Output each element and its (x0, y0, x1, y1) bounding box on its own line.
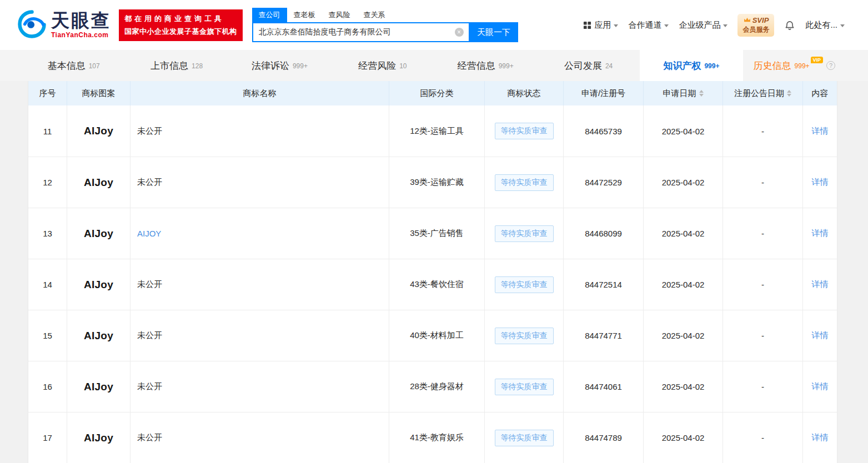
notification-bell-icon[interactable] (784, 19, 795, 31)
search-input[interactable] (253, 28, 469, 37)
detail-link[interactable]: 详情 (812, 126, 829, 137)
tab-count: 128 (192, 62, 203, 70)
content-cell: 详情 (803, 259, 837, 310)
trademark-logo[interactable]: AIJoy (84, 381, 113, 393)
status-cell: 等待实质审查 (485, 157, 564, 208)
logo-text: 天眼查 TianYanCha.com (51, 11, 111, 39)
table-row-12: 12AIJoy未公开39类-运输贮藏等待实质审查844725292025-04-… (28, 157, 837, 208)
trademark-image-cell: AIJoy (67, 105, 131, 157)
trademark-image-cell: AIJoy (67, 157, 131, 208)
site-header: 天眼查 TianYanCha.com 都在用的商业查询工具 国家中小企业发展子基… (0, 0, 868, 50)
trademark-logo[interactable]: AIJoy (84, 279, 113, 291)
tab-history-info[interactable]: 历史信息999+VIP? (743, 50, 846, 81)
column-header-app-no: 申请/注册号 (564, 81, 644, 105)
trademark-logo[interactable]: AIJoy (84, 228, 113, 240)
tab-label: 法律诉讼 (252, 59, 289, 72)
trademark-logo[interactable]: AIJoy (84, 330, 113, 342)
column-header-label: 商标状态 (508, 88, 541, 99)
tab-label: 经营信息 (458, 59, 495, 72)
apply-date-cell: 2025-04-02 (644, 259, 723, 310)
tab-intellectual-property[interactable]: 知识产权999+ (640, 50, 742, 81)
app-no-cell: 84474061 (564, 361, 644, 412)
status-badge: 等待实质审查 (495, 328, 554, 344)
tab-label: 历史信息 (754, 59, 791, 72)
trademark-image-cell: AIJoy (67, 361, 131, 412)
tab-label: 经营风险 (358, 59, 396, 72)
search-tab-relation[interactable]: 查关系 (357, 8, 392, 22)
detail-link[interactable]: 详情 (812, 279, 829, 290)
column-header-apply-date[interactable]: 申请日期 (644, 81, 723, 105)
table-row-11: 11AIJoy未公开12类-运输工具等待实质审查844657392025-04-… (28, 105, 837, 157)
chevron-down-icon (614, 24, 618, 27)
detail-link[interactable]: 详情 (812, 381, 829, 392)
apply-date-cell: 2025-04-02 (644, 310, 723, 361)
content-cell: 详情 (803, 157, 837, 208)
detail-link[interactable]: 详情 (812, 228, 829, 239)
sort-icon[interactable] (699, 90, 704, 97)
trademark-logo[interactable]: AIJoy (84, 432, 113, 444)
sort-icon[interactable] (787, 90, 791, 97)
status-cell: 等待实质审查 (485, 310, 564, 361)
apply-date-cell: 2025-04-02 (644, 105, 723, 157)
column-header-label: 内容 (812, 88, 829, 99)
announce-date-cell: - (723, 310, 803, 361)
trademark-name-cell: 未公开 (131, 105, 389, 157)
status-badge: 等待实质审查 (495, 123, 554, 139)
brand-name: 天眼查 (51, 11, 111, 29)
sort-desc-icon (699, 94, 704, 97)
nav-more[interactable]: 此处有... (805, 20, 845, 31)
row-number-cell: 16 (28, 361, 67, 412)
detail-link[interactable]: 详情 (812, 330, 829, 341)
tab-company-development[interactable]: 公司发展24 (537, 50, 640, 81)
column-header-label: 注册公告日期 (734, 88, 784, 99)
trademark-logo[interactable]: AIJoy (84, 177, 113, 189)
column-header-label: 商标图案 (82, 88, 116, 99)
trademark-name-text: 未公开 (137, 126, 162, 137)
trademark-name-cell: 未公开 (131, 157, 389, 208)
trademark-name-cell: 未公开 (131, 412, 389, 463)
sort-asc-icon (699, 90, 704, 93)
trademark-logo[interactable]: AIJoy (84, 125, 113, 137)
sort-desc-icon (787, 94, 791, 97)
clear-search-icon[interactable]: × (455, 28, 464, 37)
nav-apps[interactable]: 应用 (583, 20, 618, 31)
announce-date-cell: - (723, 208, 803, 259)
nav-cooperation[interactable]: 合作通道 (628, 20, 669, 31)
app-no-cell: 84474771 (564, 310, 644, 361)
tab-listing-info[interactable]: 上市信息128 (125, 50, 228, 81)
search-tab-risk[interactable]: 查风险 (322, 8, 357, 22)
nav-apps-label: 应用 (594, 20, 611, 31)
tianyancha-logo-icon (17, 9, 47, 42)
tab-basic-info[interactable]: 基本信息107 (22, 50, 125, 81)
nav-enterprise[interactable]: 企业级产品 (679, 20, 727, 31)
trademark-name-link[interactable]: AIJOY (137, 229, 161, 238)
detail-link[interactable]: 详情 (812, 177, 829, 188)
tab-count: 999+ (704, 62, 719, 70)
svip-member-badge[interactable]: SVIP 会员服务 (737, 14, 774, 37)
table-row-16: 16AIJoy未公开28类-健身器材等待实质审查844740612025-04-… (28, 361, 837, 412)
tab-strip: 基本信息107上市信息128法律诉讼999+经营风险10经营信息999+公司发展… (0, 50, 868, 81)
tab-operating-info[interactable]: 经营信息999+ (434, 50, 537, 81)
intl-class-cell: 35类-广告销售 (389, 208, 485, 259)
tab-operating-risk[interactable]: 经营风险10 (331, 50, 434, 81)
trademark-image-cell: AIJoy (67, 259, 131, 310)
tab-count: 24 (605, 62, 613, 70)
table-row-17: 17AIJoy未公开41类-教育娱乐等待实质审查844747892025-04-… (28, 412, 837, 463)
search-tab-boss[interactable]: 查老板 (287, 8, 322, 22)
detail-link[interactable]: 详情 (812, 432, 829, 443)
tianyancha-logo[interactable]: 天眼查 TianYanCha.com (17, 9, 111, 42)
apply-date-cell: 2025-04-02 (644, 157, 723, 208)
svip-sublabel: 会员服务 (742, 25, 769, 34)
status-cell: 等待实质审查 (485, 259, 564, 310)
status-badge: 等待实质审查 (495, 174, 554, 191)
column-header-image: 商标图案 (67, 81, 131, 105)
search-tab-company[interactable]: 查公司 (252, 8, 287, 22)
tab-lawsuits[interactable]: 法律诉讼999+ (228, 50, 331, 81)
search-button[interactable]: 天眼一下 (470, 22, 518, 42)
apply-date-cell: 2025-04-02 (644, 361, 723, 412)
status-badge: 等待实质审查 (495, 379, 554, 395)
help-icon[interactable]: ? (826, 61, 835, 70)
app-no-cell: 84472514 (564, 259, 644, 310)
intl-class-cell: 40类-材料加工 (389, 310, 485, 361)
column-header-announce-date[interactable]: 注册公告日期 (723, 81, 803, 105)
